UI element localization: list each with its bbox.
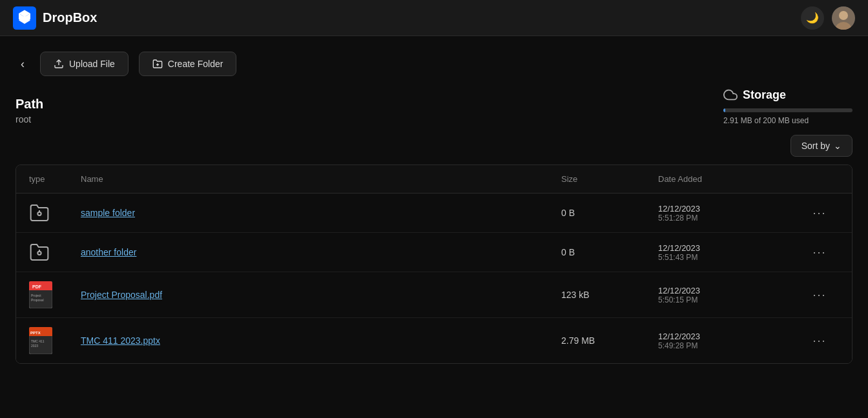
file-actions-menu[interactable]: ···: [800, 246, 839, 259]
file-type-icon: [29, 242, 81, 263]
folder-plus-icon: [152, 59, 163, 69]
table-row: sample folder 0 B 12/12/2023 5:51:28 PM …: [16, 194, 852, 233]
sort-by-button[interactable]: Sort by ⌄: [790, 135, 852, 157]
file-size: 2.79 MB: [561, 335, 658, 346]
file-name[interactable]: TMC 411 2023.pptx: [81, 335, 561, 346]
header-left: DropBox: [13, 6, 97, 30]
dropbox-logo-icon: [13, 6, 36, 30]
file-size: 123 kB: [561, 290, 658, 300]
svg-point-12: [37, 212, 41, 215]
file-date: 12/12/2023 5:51:28 PM: [658, 204, 800, 223]
file-date: 12/12/2023 5:51:43 PM: [658, 243, 800, 262]
header-right: 🌙: [801, 6, 855, 30]
file-type-icon: PPTX TMC 411 2023: [29, 327, 81, 354]
col-size: Size: [561, 174, 658, 184]
table-header: type Name Size Date Added: [16, 165, 852, 194]
app-title: DropBox: [43, 10, 97, 25]
create-folder-button[interactable]: Create Folder: [139, 52, 237, 76]
pptx-icon: PPTX TMC 411 2023: [29, 327, 52, 354]
upload-file-button[interactable]: Upload File: [40, 52, 129, 76]
avatar[interactable]: [832, 6, 855, 30]
table-row: PDF Project Proposal Project Proposal.pd…: [16, 272, 852, 318]
storage-title-text: Storage: [743, 88, 786, 102]
file-actions-menu[interactable]: ···: [800, 334, 839, 348]
main-content: ‹ Upload File Create Folder Storage: [0, 36, 868, 418]
svg-point-13: [37, 252, 41, 255]
moon-icon: 🌙: [806, 12, 819, 24]
file-name[interactable]: Project Proposal.pdf: [81, 289, 561, 301]
col-date: Date Added: [658, 174, 800, 184]
folder-icon: [29, 242, 50, 263]
svg-text:PPTX: PPTX: [30, 331, 41, 335]
chevron-down-icon: ⌄: [834, 141, 842, 151]
file-size: 0 B: [561, 208, 658, 218]
col-name: Name: [81, 174, 561, 184]
storage-panel: Storage 2.91 MB of 200 MB used: [723, 88, 852, 125]
file-table: type Name Size Date Added sample folder …: [16, 164, 852, 364]
file-name[interactable]: another folder: [81, 246, 561, 258]
back-button[interactable]: ‹: [16, 55, 30, 74]
storage-bar-fill: [723, 108, 725, 112]
sort-bar: Sort by ⌄: [0, 130, 868, 162]
file-type-icon: PDF Project Proposal: [29, 281, 81, 308]
storage-bar-background: [723, 108, 852, 112]
svg-point-7: [839, 11, 848, 20]
col-type: type: [29, 174, 81, 184]
cloud-icon: [723, 88, 738, 102]
file-date: 12/12/2023 5:49:28 PM: [658, 332, 800, 350]
file-date: 12/12/2023 5:50:15 PM: [658, 286, 800, 304]
header: DropBox 🌙: [0, 0, 868, 36]
file-type-icon: [29, 203, 81, 223]
folder-icon: [29, 203, 50, 223]
svg-text:Project: Project: [31, 294, 41, 297]
file-size: 0 B: [561, 247, 658, 257]
pdf-icon: PDF Project Proposal: [29, 281, 52, 308]
file-actions-menu[interactable]: ···: [800, 288, 839, 302]
storage-used-text: 2.91 MB of 200 MB used: [723, 116, 852, 125]
toolbar: ‹ Upload File Create Folder: [0, 36, 868, 86]
svg-text:TMC 411: TMC 411: [31, 339, 45, 343]
file-name[interactable]: sample folder: [81, 207, 561, 219]
table-row: PPTX TMC 411 2023 TMC 411 2023.pptx 2.79…: [16, 318, 852, 363]
svg-text:2023: 2023: [31, 344, 38, 348]
theme-toggle-button[interactable]: 🌙: [801, 6, 824, 30]
svg-text:Proposal: Proposal: [31, 298, 44, 302]
upload-icon: [54, 59, 64, 69]
table-row: another folder 0 B 12/12/2023 5:51:43 PM…: [16, 233, 852, 272]
svg-text:PDF: PDF: [32, 284, 42, 289]
col-actions: [800, 174, 839, 184]
file-actions-menu[interactable]: ···: [800, 206, 839, 220]
